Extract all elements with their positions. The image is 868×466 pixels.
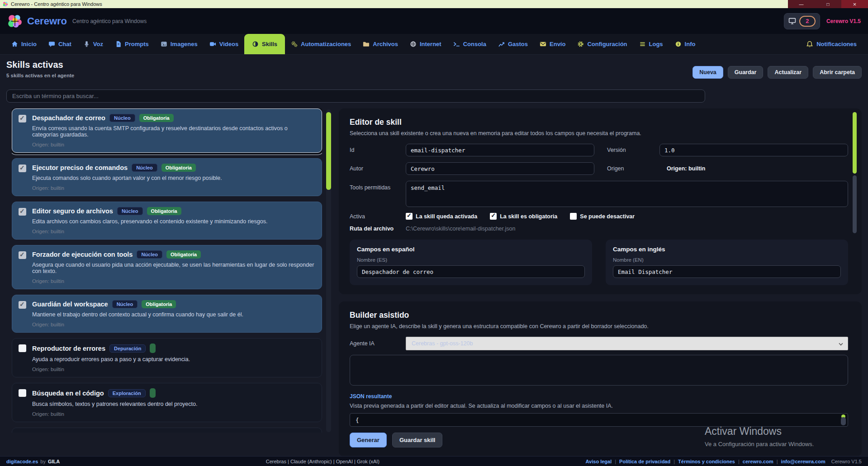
chart-icon — [498, 41, 505, 47]
new-button[interactable]: Nueva — [693, 66, 723, 79]
builder-title: Builder asistido — [350, 311, 848, 320]
nav-tab-label: Logs — [649, 41, 663, 47]
footer-link[interactable]: cerewro.com — [743, 459, 773, 464]
skills-list-scrollbar[interactable] — [326, 109, 331, 432]
skill-checkbox[interactable] — [19, 208, 26, 216]
footer-link[interactable]: Aviso legal — [586, 459, 612, 464]
nav-tab-info[interactable]: Info — [669, 34, 702, 54]
nav-tab-archivos[interactable]: Archivos — [357, 34, 404, 54]
chevron-down-icon — [839, 341, 843, 345]
footer-link[interactable]: Términos y condiciones — [678, 459, 735, 464]
nav-tab-voz[interactable]: Voz — [77, 34, 109, 54]
checkbox-label: Se puede desactivar — [580, 213, 635, 220]
monitor-count-button[interactable]: 2 — [784, 13, 820, 29]
save-button[interactable]: Guardar — [728, 66, 764, 79]
refresh-button[interactable]: Actualizar — [768, 66, 808, 79]
nav-tab-imagenes[interactable]: Imagenes — [155, 34, 204, 54]
skill-title: Ejecutor preciso de comandos — [32, 164, 128, 171]
editor-checkbox-option[interactable]: La skill queda activada — [406, 213, 477, 220]
english-fields-card: Campos en inglés Nombre (EN) — [606, 240, 848, 285]
skill-description-textarea[interactable] — [350, 355, 848, 386]
id-field[interactable] — [406, 144, 594, 156]
author-field[interactable] — [406, 162, 594, 175]
page-actions: NuevaGuardarActualizarAbrir carpeta — [693, 66, 862, 79]
video-icon — [209, 41, 216, 47]
json-box-scrollbar[interactable] — [840, 414, 846, 425]
page-title: Skills activas — [6, 60, 74, 70]
nav-tab-prompts[interactable]: Prompts — [109, 34, 155, 54]
skill-checkbox[interactable] — [19, 165, 26, 172]
active-options: La skill queda activada La skill es obli… — [406, 213, 848, 220]
name-es-field[interactable] — [357, 265, 585, 278]
footer-site-link[interactable]: digitacode.es — [6, 459, 38, 464]
nav-tab-automatizaciones[interactable]: Automatizaciones — [285, 34, 357, 54]
footer-owner-link[interactable]: GILA — [48, 459, 60, 464]
nav-tab-skills[interactable]: Skills — [244, 34, 285, 54]
version-field[interactable] — [659, 144, 848, 156]
json-preview-box[interactable]: { — [350, 413, 848, 427]
nav-tab-gastos[interactable]: Gastos — [492, 34, 534, 54]
skill-card[interactable]: Editor seguro de archivos Núcleo Obligat… — [12, 202, 322, 240]
save-skill-button[interactable]: Guardar skill — [392, 433, 442, 447]
ai-agent-select[interactable]: Cerebras - gpt-oss-120b — [406, 337, 848, 350]
tools-field[interactable] — [406, 181, 848, 207]
skills-list-scrollbar-thumb[interactable] — [326, 112, 331, 190]
skills-list-panel: Despachador de correo Núcleo Obligatoria… — [6, 108, 331, 457]
skill-card[interactable]: Búsqueda en el código Exploración Busca … — [12, 383, 322, 422]
nav-tab-videos[interactable]: Videos — [204, 34, 244, 54]
skill-checkbox[interactable] — [19, 389, 26, 397]
generate-button[interactable]: Generar — [350, 433, 387, 447]
nav-tab-inicio[interactable]: Inicio — [5, 34, 43, 54]
skill-card[interactable]: Guardián del workspace Núcleo Obligatori… — [12, 295, 322, 333]
skill-checkbox[interactable] — [19, 115, 26, 122]
json-scrollbar-thumb[interactable] — [841, 417, 846, 425]
footer-version-text: Cerewro V1.5 — [831, 459, 862, 464]
terminal-icon — [453, 41, 460, 47]
checkbox[interactable] — [490, 213, 497, 220]
skill-category-badge: Núcleo — [109, 114, 135, 122]
open-folder-button[interactable]: Abrir carpeta — [813, 66, 862, 79]
skill-card[interactable]: Editor de configuración Operaciones Ajus… — [12, 428, 322, 433]
skill-checkbox[interactable] — [19, 301, 26, 309]
nav-tab-label: Consola — [463, 41, 486, 47]
editor-checkbox-option[interactable]: Se puede desactivar — [570, 213, 635, 220]
skill-card[interactable]: Ejecutor preciso de comandos Núcleo Obli… — [12, 158, 322, 196]
skill-description: Envía correos usando la cuenta SMTP conf… — [32, 125, 315, 138]
nav-tab-chat[interactable]: Chat — [43, 34, 77, 54]
search-input[interactable] — [6, 89, 705, 103]
nav-tab-logs[interactable]: Logs — [633, 34, 669, 54]
nav-tab-label: Skills — [262, 41, 277, 47]
skill-origin: Origen: builtin — [32, 367, 190, 372]
close-button[interactable]: × — [841, 0, 868, 8]
origin-value: Origen: builtin — [659, 165, 848, 172]
nav-tab-consola[interactable]: Consola — [447, 34, 492, 54]
nav-tab-label: Envío — [550, 41, 565, 47]
editor-panel-scrollbar[interactable] — [853, 112, 857, 291]
skill-card[interactable]: Despachador de correo Núcleo Obligatoria… — [12, 108, 322, 153]
skill-checkbox[interactable] — [19, 344, 26, 352]
skill-card[interactable]: Forzador de ejecución con tools Núcleo O… — [12, 245, 322, 289]
editor-title: Editor de skill — [350, 118, 848, 127]
footer-link[interactable]: Política de privacidad — [619, 459, 670, 464]
json-result-hint: Vista previa generada a partir del edito… — [350, 403, 848, 409]
footer-separator: | — [674, 459, 675, 464]
editor-scrollbar-track[interactable] — [853, 175, 857, 233]
nav-tab-configuracion[interactable]: Configuración — [571, 34, 633, 54]
skill-card[interactable]: Reproductor de errores Depuración Ayuda … — [12, 338, 322, 377]
editor-scrollbar-thumb[interactable] — [853, 112, 857, 174]
checkbox[interactable] — [570, 213, 577, 220]
footer-link[interactable]: info@cerewra.com — [781, 459, 825, 464]
checkbox-label: La skill queda activada — [416, 213, 477, 220]
editor-checkbox-option[interactable]: La skill es obligatoria — [490, 213, 557, 220]
ai-agent-selected-value: Cerebras - gpt-oss-120b — [412, 340, 473, 347]
maximize-button[interactable]: □ — [815, 0, 841, 8]
nav-tab-internet[interactable]: Internet — [404, 34, 447, 54]
window-title: Cerewro - Centro agéntico para Windows — [11, 1, 102, 7]
nav-tab-notificaciones[interactable]: Notificaciones — [800, 34, 863, 54]
name-en-field[interactable] — [613, 265, 841, 278]
nav-tab-envio[interactable]: Envío — [534, 34, 571, 54]
skill-required-badge: Obligatoria — [139, 114, 174, 122]
minimize-button[interactable]: — — [788, 0, 815, 8]
checkbox[interactable] — [406, 213, 413, 220]
skill-checkbox[interactable] — [19, 251, 26, 259]
